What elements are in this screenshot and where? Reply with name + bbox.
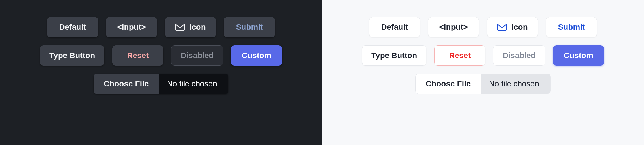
input-button[interactable]: <input> bbox=[106, 17, 157, 37]
button-row-1: Default <input> Icon Submit bbox=[47, 17, 275, 37]
icon-button[interactable]: Icon bbox=[487, 17, 538, 37]
light-theme-panel: Default <input> Icon Submit Type Button … bbox=[322, 0, 644, 145]
button-row-1: Default <input> Icon Submit bbox=[369, 17, 597, 37]
disabled-button: Disabled bbox=[171, 45, 223, 66]
choose-file-button[interactable]: Choose File bbox=[94, 74, 159, 94]
envelope-icon bbox=[175, 24, 185, 31]
input-button[interactable]: <input> bbox=[428, 17, 479, 37]
type-button[interactable]: Type Button bbox=[40, 45, 104, 66]
file-input[interactable]: Choose File No file chosen bbox=[415, 74, 551, 94]
icon-button-label: Icon bbox=[189, 23, 206, 32]
submit-button[interactable]: Submit bbox=[224, 17, 275, 37]
submit-button[interactable]: Submit bbox=[546, 17, 597, 37]
envelope-icon bbox=[497, 24, 507, 31]
custom-button[interactable]: Custom bbox=[553, 45, 604, 66]
choose-file-button[interactable]: Choose File bbox=[416, 74, 481, 94]
file-row-container: Choose File No file chosen bbox=[415, 74, 551, 94]
file-status-text: No file chosen bbox=[481, 74, 550, 94]
button-row-2: Type Button Reset Disabled Custom bbox=[362, 45, 604, 66]
button-row-2: Type Button Reset Disabled Custom bbox=[40, 45, 282, 66]
file-input[interactable]: Choose File No file chosen bbox=[94, 74, 228, 94]
default-button[interactable]: Default bbox=[47, 17, 98, 37]
icon-button-label: Icon bbox=[511, 23, 528, 32]
custom-button[interactable]: Custom bbox=[231, 45, 282, 66]
file-status-text: No file chosen bbox=[159, 74, 228, 94]
type-button[interactable]: Type Button bbox=[362, 45, 426, 66]
reset-button[interactable]: Reset bbox=[112, 45, 163, 66]
file-row-container: Choose File No file chosen bbox=[94, 74, 228, 94]
disabled-button: Disabled bbox=[493, 45, 545, 66]
dark-theme-panel: Default <input> Icon Submit Type Button … bbox=[0, 0, 322, 145]
icon-button[interactable]: Icon bbox=[165, 17, 216, 37]
reset-button[interactable]: Reset bbox=[434, 45, 485, 66]
default-button[interactable]: Default bbox=[369, 17, 420, 37]
